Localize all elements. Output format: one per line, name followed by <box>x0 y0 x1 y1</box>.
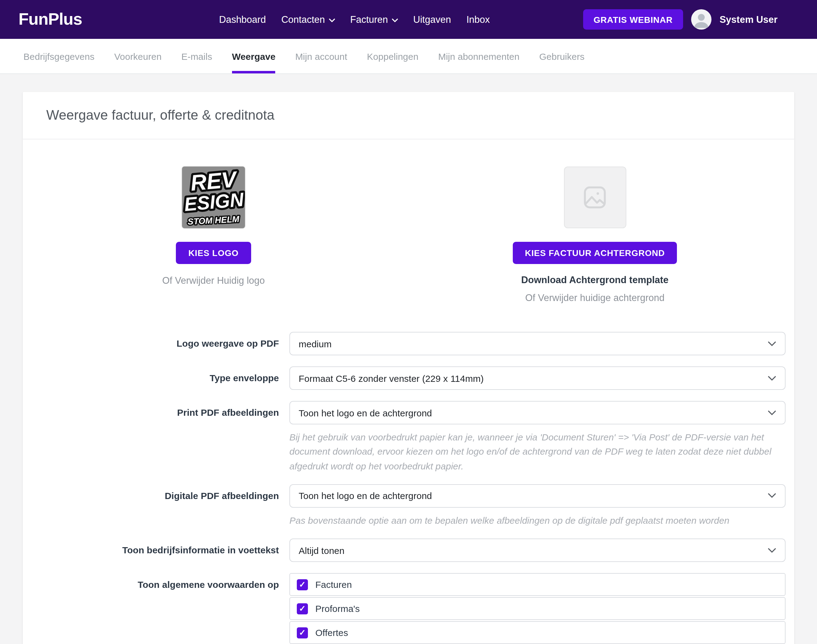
chevron-down-icon <box>768 493 776 499</box>
terms-option-label: Offertes <box>315 627 348 638</box>
nav-label: Inbox <box>467 14 490 25</box>
remove-background-link[interactable]: Of Verwijder huidige achtergrond <box>525 292 665 304</box>
tab-bedrijfsgegevens[interactable]: Bedrijfsgegevens <box>23 39 94 74</box>
field-label-envelope: Type enveloppe <box>23 366 289 390</box>
field-label-logo-size: Logo weergave op PDF <box>23 332 289 355</box>
field-print-pdf: Toon het logo en de achtergrond Bij het … <box>289 401 786 473</box>
form-row-terms: Toon algemene voorwaarden op Facturen <box>23 573 786 644</box>
print-pdf-select[interactable]: Toon het logo en de achtergrond <box>289 401 786 425</box>
terms-option-label: Proforma's <box>315 603 360 614</box>
field-digital-pdf: Toon het logo en de achtergrond Pas bove… <box>289 484 786 528</box>
field-footer-info: Altijd tonen <box>289 538 786 562</box>
topbar-right-group: GRATIS WEBINAR System User <box>583 9 777 30</box>
kies-factuur-achtergrond-button[interactable]: KIES FACTUUR ACHTERGROND <box>513 242 677 264</box>
chevron-down-icon <box>768 341 776 347</box>
chevron-down-icon <box>768 376 776 381</box>
digital-pdf-select-value: Toon het logo en de achtergrond <box>299 491 432 501</box>
person-icon <box>691 9 711 30</box>
gratis-webinar-button[interactable]: GRATIS WEBINAR <box>583 9 683 30</box>
tab-voorkeuren[interactable]: Voorkeuren <box>114 39 161 74</box>
nav-item-contacten[interactable]: Contacten <box>281 14 335 25</box>
remove-logo-link[interactable]: Of Verwijder Huidig logo <box>162 275 265 286</box>
svg-text:STOM HELM: STOM HELM <box>187 215 240 227</box>
main-content: Weergave factuur, offerte & creditnota R… <box>0 74 817 644</box>
chevron-down-icon <box>392 18 398 22</box>
nav-item-uitgaven[interactable]: Uitgaven <box>413 14 451 25</box>
background-placeholder <box>564 167 626 228</box>
form-row-envelope: Type enveloppe Formaat C5-6 zonder venst… <box>23 366 786 390</box>
background-upload-column: KIES FACTUUR ACHTERGROND Download Achter… <box>404 167 786 304</box>
nav-label: Facturen <box>350 14 388 25</box>
chevron-down-icon <box>329 18 335 22</box>
field-label-footer-info: Toon bedrijfsinformatie in voettekst <box>23 538 289 562</box>
footer-info-select[interactable]: Altijd tonen <box>289 538 786 562</box>
checkbox-checked-icon[interactable] <box>297 627 308 638</box>
nav-item-inbox[interactable]: Inbox <box>467 14 490 25</box>
nav-label: Uitgaven <box>413 14 451 25</box>
terms-options-list: Facturen Proforma's Offertes <box>289 573 786 644</box>
user-name[interactable]: System User <box>720 14 777 25</box>
chevron-down-icon <box>768 410 776 416</box>
logo-artwork: REV ESIGN STOM HELM <box>182 167 245 228</box>
form-row-logo-size: Logo weergave op PDF medium <box>23 332 786 355</box>
download-achtergrond-template-link[interactable]: Download Achtergrond template <box>521 274 669 285</box>
checkbox-checked-icon[interactable] <box>297 579 308 590</box>
tab-weergave[interactable]: Weergave <box>232 39 275 74</box>
checkbox-checked-icon[interactable] <box>297 603 308 614</box>
tab-mijn-abonnementen[interactable]: Mijn abonnementen <box>438 39 519 74</box>
tab-emails[interactable]: E-mails <box>181 39 212 74</box>
logo-upload-column: REV ESIGN STOM HELM KIES LOGO Of Verwijd… <box>23 167 404 304</box>
nav-label: Dashboard <box>219 14 266 25</box>
weergave-settings-card: Weergave factuur, offerte & creditnota R… <box>23 92 794 644</box>
nav-item-dashboard[interactable]: Dashboard <box>219 14 266 25</box>
nav-item-facturen[interactable]: Facturen <box>350 14 398 25</box>
logo-size-select[interactable]: medium <box>289 332 786 355</box>
field-logo-size: medium <box>289 332 786 355</box>
print-pdf-help-text: Bij het gebruik van voorbedrukt papier k… <box>289 430 786 473</box>
terms-option-row[interactable]: Offertes <box>289 621 786 644</box>
kies-logo-button[interactable]: KIES LOGO <box>176 242 251 264</box>
tab-koppelingen[interactable]: Koppelingen <box>367 39 418 74</box>
envelope-select-value: Formaat C5-6 zonder venster (229 x 114mm… <box>299 373 484 383</box>
settings-tabbar: Bedrijfsgegevens Voorkeuren E-mails Weer… <box>0 39 817 74</box>
terms-option-row[interactable]: Facturen <box>289 573 786 596</box>
field-envelope: Formaat C5-6 zonder venster (229 x 114mm… <box>289 366 786 390</box>
weergave-form: Logo weergave op PDF medium Type envelop… <box>23 332 786 644</box>
top-navbar: FunPlus Dashboard Contacten Facturen Uit… <box>0 0 817 39</box>
print-pdf-select-value: Toon het logo en de achtergrond <box>299 408 432 418</box>
logo-size-select-value: medium <box>299 338 332 349</box>
tab-gebruikers[interactable]: Gebruikers <box>539 39 585 74</box>
user-avatar[interactable] <box>691 9 711 30</box>
field-label-digital-pdf: Digitale PDF afbeeldingen <box>23 484 289 528</box>
page-title: Weergave factuur, offerte & creditnota <box>46 107 771 123</box>
chevron-down-icon <box>768 547 776 553</box>
form-row-footer-info: Toon bedrijfsinformatie in voettekst Alt… <box>23 538 786 562</box>
digital-pdf-help-text: Pas bovenstaande optie aan om te bepalen… <box>289 513 786 528</box>
app-viewport: FunPlus Dashboard Contacten Facturen Uit… <box>0 0 817 644</box>
envelope-select[interactable]: Formaat C5-6 zonder venster (229 x 114mm… <box>289 366 786 390</box>
card-header: Weergave factuur, offerte & creditnota <box>23 92 794 140</box>
field-label-print-pdf: Print PDF afbeeldingen <box>23 401 289 473</box>
digital-pdf-select[interactable]: Toon het logo en de achtergrond <box>289 484 786 508</box>
footer-info-select-value: Altijd tonen <box>299 545 344 555</box>
field-label-terms: Toon algemene voorwaarden op <box>23 573 289 644</box>
tab-mijn-account[interactable]: Mijn account <box>295 39 347 74</box>
main-navigation: Dashboard Contacten Facturen Uitgaven In… <box>219 14 490 25</box>
form-row-print-pdf: Print PDF afbeeldingen Toon het logo en … <box>23 401 786 473</box>
image-placeholder-icon <box>581 184 608 211</box>
current-logo-image: REV ESIGN STOM HELM <box>182 167 245 228</box>
terms-option-row[interactable]: Proforma's <box>289 597 786 620</box>
card-body: REV ESIGN STOM HELM KIES LOGO Of Verwijd… <box>23 140 794 644</box>
form-row-digital-pdf: Digitale PDF afbeeldingen Toon het logo … <box>23 484 786 528</box>
terms-option-label: Facturen <box>315 579 352 590</box>
nav-label: Contacten <box>281 14 325 25</box>
upload-section: REV ESIGN STOM HELM KIES LOGO Of Verwijd… <box>23 167 786 304</box>
brand-logo[interactable]: FunPlus <box>18 10 82 29</box>
